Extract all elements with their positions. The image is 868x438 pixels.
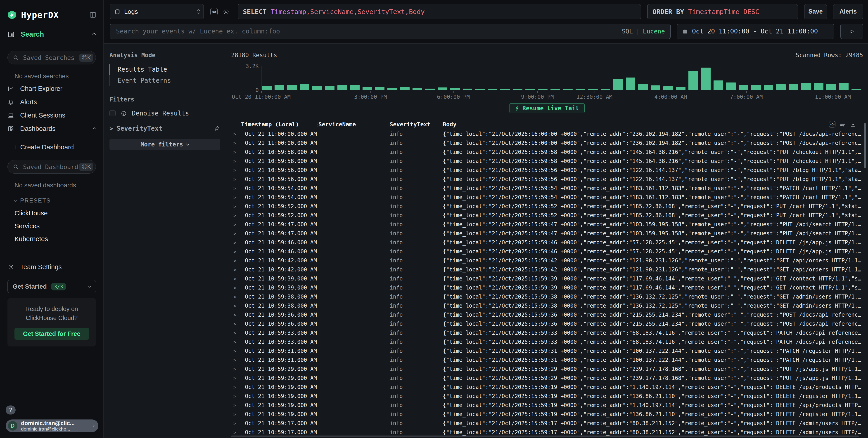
- get-started-toggle[interactable]: Get Started 3/3: [7, 280, 96, 293]
- histogram-bar[interactable]: [688, 71, 698, 90]
- histogram-bar[interactable]: [551, 89, 560, 90]
- severity-filter-group[interactable]: > SeverityText: [110, 125, 220, 132]
- histogram-bar[interactable]: [337, 85, 347, 90]
- table-row[interactable]: > Oct 21 10:59:17.000 AM info {"time_loc…: [231, 419, 863, 428]
- histogram-bar[interactable]: [751, 85, 761, 90]
- table-row[interactable]: > Oct 21 10:59:42.000 AM info {"time_loc…: [231, 265, 863, 274]
- save-button[interactable]: Save: [804, 4, 827, 19]
- column-resize-handle[interactable]: ⋮: [440, 122, 443, 127]
- histogram-bar[interactable]: [801, 83, 811, 90]
- resume-live-tail-button[interactable]: Resume Live Tail: [509, 103, 585, 113]
- histogram-bar[interactable]: [613, 79, 623, 90]
- denoise-checkbox[interactable]: [110, 110, 116, 116]
- table-row[interactable]: > Oct 21 10:59:47.000 AM info {"time_loc…: [231, 220, 863, 229]
- preset-services[interactable]: Services: [0, 220, 103, 233]
- sidebar-item-dashboards[interactable]: Dashboards: [0, 122, 103, 135]
- sidebar-item-chart-explorer[interactable]: Chart Explorer: [0, 82, 103, 95]
- wrap-lines-button[interactable]: [839, 121, 846, 128]
- histogram-bar[interactable]: [500, 89, 510, 90]
- table-row[interactable]: > Oct 21 11:00:00.000 AM info {"time_loc…: [231, 130, 863, 139]
- histogram-bar[interactable]: [776, 84, 786, 90]
- table-row[interactable]: > Oct 21 10:59:39.000 AM info {"time_loc…: [231, 283, 863, 292]
- histogram-bar[interactable]: [851, 89, 861, 90]
- histogram-bar[interactable]: [601, 89, 610, 90]
- table-row[interactable]: > Oct 21 10:59:47.000 AM info {"time_loc…: [231, 229, 863, 238]
- histogram-bar[interactable]: [363, 87, 372, 90]
- histogram-bar[interactable]: [525, 89, 535, 90]
- histogram-bar[interactable]: [350, 85, 360, 90]
- table-row[interactable]: > Oct 21 10:59:56.000 AM info {"time_loc…: [231, 175, 863, 184]
- saved-searches-field[interactable]: [23, 54, 80, 62]
- lucene-toggle[interactable]: Lucene: [643, 28, 665, 35]
- histogram-bar[interactable]: [788, 83, 798, 90]
- table-row[interactable]: > Oct 21 10:59:29.000 AM info {"time_loc…: [231, 374, 863, 383]
- table-row[interactable]: > Oct 21 10:59:58.000 AM info {"time_loc…: [231, 157, 863, 166]
- histogram-bar[interactable]: [450, 88, 460, 90]
- sidebar-item-alerts[interactable]: Alerts: [0, 95, 103, 109]
- table-row[interactable]: > Oct 21 10:59:19.000 AM info {"time_loc…: [231, 383, 863, 392]
- table-row[interactable]: > Oct 21 10:59:29.000 AM info {"time_loc…: [231, 365, 863, 374]
- histogram-bar[interactable]: [400, 87, 410, 90]
- preset-clickhouse[interactable]: ClickHouse: [0, 207, 103, 220]
- more-filters-button[interactable]: More filters: [110, 139, 220, 150]
- table-row[interactable]: > Oct 21 10:59:56.000 AM info {"time_loc…: [231, 166, 863, 175]
- table-row[interactable]: > Oct 21 10:59:31.000 AM info {"time_loc…: [231, 356, 863, 365]
- time-range-picker[interactable]: Oct 20 11:00:00 - Oct 21 11:00:00: [677, 24, 834, 39]
- histogram-bar[interactable]: [262, 86, 272, 90]
- table-row[interactable]: > Oct 21 10:59:46.000 AM info {"time_loc…: [231, 247, 863, 256]
- histogram-bar[interactable]: [513, 89, 522, 90]
- select-columns-input[interactable]: SELECT TimestampServiceNameSeverityTextB…: [238, 4, 641, 19]
- column-resize-handle[interactable]: ⋮: [386, 122, 390, 127]
- sql-editor-toggle-button[interactable]: <>: [209, 4, 219, 19]
- table-row[interactable]: > Oct 21 10:59:38.000 AM info {"time_loc…: [231, 301, 863, 310]
- histogram-bar[interactable]: [663, 86, 673, 90]
- query-settings-button[interactable]: [221, 4, 231, 19]
- presets-toggle[interactable]: PRESETS: [0, 191, 103, 207]
- source-select[interactable]: Logs: [110, 4, 204, 19]
- histogram-bar[interactable]: [312, 86, 322, 90]
- histogram-bar[interactable]: [764, 85, 773, 90]
- histogram-bar[interactable]: [463, 89, 472, 90]
- histogram-bar[interactable]: [701, 68, 710, 90]
- column-header-timestamp[interactable]: Timestamp (Local): [241, 121, 315, 128]
- histogram-bar[interactable]: [325, 86, 334, 90]
- histogram-bar[interactable]: [576, 89, 585, 90]
- histogram-bar[interactable]: [651, 86, 660, 90]
- denoise-results-toggle[interactable]: Denoise Results: [110, 110, 220, 117]
- table-row[interactable]: > Oct 21 10:59:19.000 AM info {"time_loc…: [231, 401, 863, 410]
- histogram-bar[interactable]: [375, 87, 384, 90]
- sidebar-item-team-settings[interactable]: Team Settings: [0, 260, 103, 274]
- histogram-bar[interactable]: [438, 88, 447, 90]
- vertical-scrollbar[interactable]: [864, 123, 866, 168]
- table-row[interactable]: > Oct 21 11:00:00.000 AM info {"time_loc…: [231, 139, 863, 147]
- histogram-bar[interactable]: [563, 89, 572, 90]
- collapse-sidebar-icon[interactable]: [89, 11, 97, 19]
- column-header-body[interactable]: Body: [443, 121, 863, 128]
- alerts-button[interactable]: Alerts: [833, 4, 863, 19]
- user-menu[interactable]: D dominic.tran@clic... dominic.tran@clic…: [6, 419, 98, 432]
- histogram-bar[interactable]: [814, 83, 823, 90]
- histogram-bar[interactable]: [726, 82, 736, 90]
- sql-toggle[interactable]: SQL: [622, 28, 633, 35]
- table-row[interactable]: > Oct 21 10:59:42.000 AM info {"time_loc…: [231, 256, 863, 265]
- order-by-input[interactable]: ORDER BY TimestampTime DESC: [647, 4, 798, 19]
- table-row[interactable]: > Oct 21 10:59:33.000 AM info {"time_loc…: [231, 328, 863, 337]
- table-row[interactable]: > Oct 21 10:59:31.000 AM info {"time_loc…: [231, 346, 863, 356]
- table-row[interactable]: > Oct 21 10:59:46.000 AM info {"time_loc…: [231, 238, 863, 247]
- histogram-bar[interactable]: [714, 80, 723, 90]
- mode-event-patterns[interactable]: Event Patterns: [110, 75, 220, 86]
- mode-results-table[interactable]: Results Table: [110, 64, 220, 75]
- table-row[interactable]: > Oct 21 10:59:52.000 AM info {"time_loc…: [231, 202, 863, 211]
- table-row[interactable]: > Oct 21 10:59:38.000 AM info {"time_loc…: [231, 292, 863, 301]
- table-row[interactable]: > Oct 21 10:59:19.000 AM info {"time_loc…: [231, 410, 863, 419]
- event-search-field[interactable]: [116, 27, 622, 35]
- histogram-bar[interactable]: [638, 84, 648, 90]
- table-row[interactable]: > Oct 21 10:59:36.000 AM info {"time_loc…: [231, 319, 863, 328]
- help-button[interactable]: ?: [6, 405, 16, 414]
- histogram-bar[interactable]: [412, 88, 422, 90]
- histogram-bar[interactable]: [275, 85, 284, 90]
- histogram-bar[interactable]: [739, 85, 748, 90]
- table-row[interactable]: > Oct 21 10:59:58.000 AM info {"time_loc…: [231, 147, 863, 157]
- histogram-bar[interactable]: [300, 84, 309, 90]
- histogram-bar[interactable]: [839, 83, 848, 90]
